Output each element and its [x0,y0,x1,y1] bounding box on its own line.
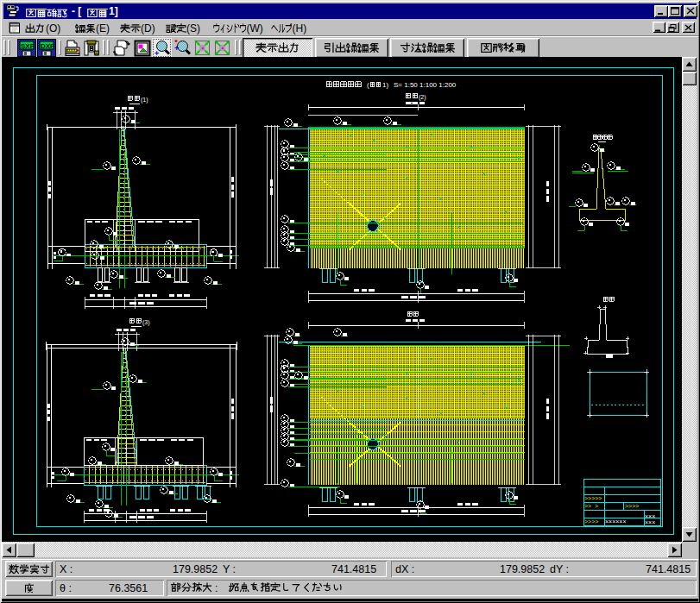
svg-text:>> >: >> > [584,503,598,509]
svg-text:1): 1) [382,81,388,89]
svg-text:+: + [155,49,159,57]
svg-text:(: ( [367,81,369,89]
svg-text:(3): (3) [142,319,150,326]
svg-text:×××: ××× [645,519,655,525]
svg-text:(2): (2) [419,94,426,101]
svg-text:>>>>>: >>>>> [584,495,602,501]
svg-text:>>>>: >>>> [625,503,639,509]
svg-text:S= 1:50 1:100 1:200: S= 1:50 1:100 1:200 [394,81,457,89]
svg-text:×××: ××× [645,513,655,519]
svg-text:+: + [174,44,179,53]
svg-text:(1): (1) [141,97,148,104]
svg-text:DXF: DXF [41,42,54,50]
svg-text:××××××: ×××××× [605,518,627,524]
svg-text:SXF: SXF [21,42,35,50]
svg-text:>>>>: >>>> [584,518,598,524]
